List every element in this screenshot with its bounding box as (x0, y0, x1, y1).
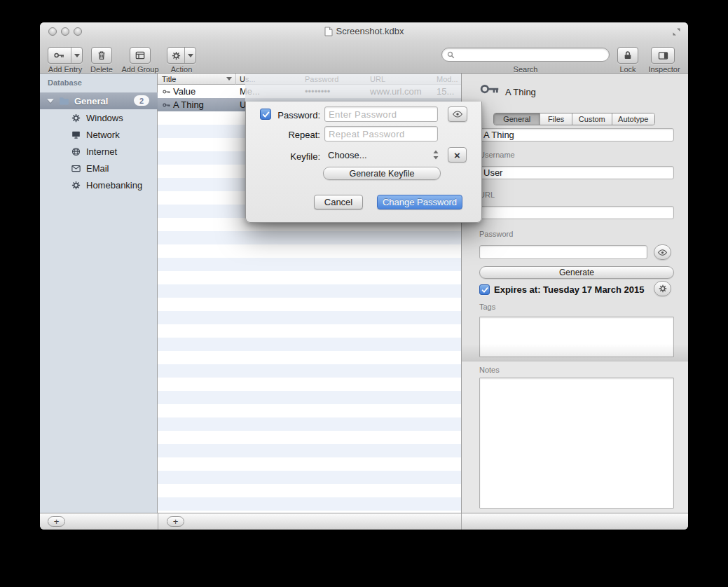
keyfile-popup-value: Choose... (328, 150, 367, 160)
search-box[interactable] (441, 48, 610, 62)
section-shadow (462, 344, 688, 361)
reveal-password-button[interactable] (654, 244, 671, 260)
sidebar-group-general[interactable]: General 2 (40, 92, 158, 109)
fullscreen-icon[interactable] (671, 27, 682, 37)
add-entry-button[interactable] (48, 47, 83, 64)
globe-icon (71, 146, 81, 157)
stepper-icon (432, 149, 439, 160)
lock-icon (622, 50, 633, 61)
tab-general[interactable]: General (494, 113, 540, 125)
url-field[interactable] (479, 206, 674, 219)
add-group-plus-button[interactable]: + (48, 516, 65, 527)
inspector-button[interactable] (651, 47, 675, 64)
delete-label: Delete (81, 65, 123, 74)
window-title: Screenshot.kdbx (336, 26, 404, 36)
gear-icon (71, 180, 81, 191)
expires-checkbox[interactable] (479, 284, 490, 295)
pane-divider (158, 513, 158, 530)
username-label: Username (479, 151, 515, 159)
expires-label: Expires at: Tuesday 17 March 2015 (494, 284, 644, 295)
inspector-entry-title: A Thing (505, 87, 536, 97)
sheet-dim-overlay (245, 74, 461, 102)
check-icon (261, 110, 270, 119)
sidebar-item-label: Homebanking (86, 180, 142, 191)
inspector-tabs: General Files Custom Autotype (493, 113, 655, 125)
tab-autotype[interactable]: Autotype (612, 113, 654, 125)
sidebar-item-email[interactable]: EMail (40, 160, 158, 177)
clear-keyfile-button[interactable]: × (448, 147, 467, 163)
folder-icon (58, 95, 70, 107)
dialog-repeat-label: Repeat: (271, 130, 320, 140)
sidebar-item-label: EMail (86, 163, 109, 174)
action-button[interactable] (167, 47, 196, 64)
window-title-group: Screenshot.kdbx (40, 26, 688, 36)
sidebar-item-network[interactable]: Network (40, 126, 158, 143)
key-icon (163, 101, 171, 109)
search-input[interactable] (458, 50, 605, 60)
action-label: Action (160, 65, 202, 74)
notes-section: Notes (462, 361, 688, 513)
gear-icon (71, 113, 81, 123)
column-divider[interactable] (235, 74, 236, 85)
password-label: Password (479, 230, 513, 238)
notes-box[interactable] (479, 378, 674, 509)
password-field[interactable] (479, 245, 647, 259)
dialog-repeat-input[interactable] (324, 126, 438, 141)
add-group-icon (135, 50, 146, 61)
keyfile-popup[interactable]: Choose... (324, 147, 444, 163)
sidebar-item-internet[interactable]: Internet (40, 143, 158, 160)
chevron-down-icon[interactable] (184, 48, 195, 63)
trash-icon (96, 50, 107, 61)
cancel-button[interactable]: Cancel (314, 195, 363, 209)
change-password-button[interactable]: Change Password (377, 195, 462, 209)
inspector-panel: A Thing General Files Custom Autotype Us… (461, 74, 688, 513)
delete-button[interactable] (91, 47, 112, 64)
tags-label: Tags (479, 303, 495, 311)
search-label: Search (504, 65, 547, 74)
sidebar-item-windows[interactable]: Windows (40, 109, 158, 126)
generate-button[interactable]: Generate (479, 266, 674, 279)
eye-icon (452, 109, 463, 120)
sidebar-group-label: General (74, 96, 108, 106)
title-field[interactable] (479, 128, 674, 141)
entry-key-icon (480, 78, 501, 100)
password-checkbox[interactable] (260, 109, 271, 120)
sidebar-group-badge: 2 (134, 95, 149, 106)
sidebar-item-label: Network (86, 130, 120, 140)
inspector-label: Inspector (643, 65, 685, 74)
chevron-down-icon[interactable] (71, 48, 82, 63)
sidebar-header: Database (48, 78, 82, 87)
monitor-icon (71, 130, 81, 140)
toolbar: Add Entry Delete Add Group Action Search… (40, 41, 688, 74)
search-icon (446, 50, 455, 60)
add-group-button[interactable] (130, 47, 151, 64)
pane-divider (461, 513, 462, 530)
sidebar: Database General 2 Windows Network Inter… (40, 74, 158, 513)
generate-keyfile-button[interactable]: Generate Keyfile (323, 167, 441, 180)
gear-icon (658, 284, 668, 294)
app-window: Screenshot.kdbx Add Entry Delete Add Gro… (40, 22, 688, 530)
sidebar-item-homebanking[interactable]: Homebanking (40, 177, 158, 193)
column-header-title[interactable]: Title (162, 75, 176, 83)
add-entry-plus-button[interactable]: + (167, 516, 184, 527)
eye-icon (657, 247, 668, 258)
document-icon (324, 27, 333, 36)
disclosure-triangle-icon[interactable] (47, 99, 54, 103)
key-icon (163, 88, 171, 96)
gear-icon (167, 50, 184, 61)
username-field[interactable] (479, 166, 674, 179)
dialog-password-input[interactable] (324, 106, 438, 122)
expires-settings-button[interactable] (654, 281, 671, 296)
dialog-password-label: Password: (271, 110, 320, 120)
notes-label: Notes (479, 366, 500, 374)
check-icon (481, 286, 489, 294)
add-group-label: Add Group (119, 65, 161, 74)
title-bar[interactable]: Screenshot.kdbx (40, 22, 688, 41)
screen-background: { "colors": { "accent_blue": "#4b86dd", … (0, 0, 728, 587)
reveal-password-button[interactable] (448, 106, 467, 122)
cell-title: A Thing (173, 99, 204, 110)
tab-files[interactable]: Files (540, 113, 572, 125)
inspector-icon (657, 50, 669, 62)
tab-custom[interactable]: Custom (572, 113, 612, 125)
lock-button[interactable] (617, 47, 638, 64)
